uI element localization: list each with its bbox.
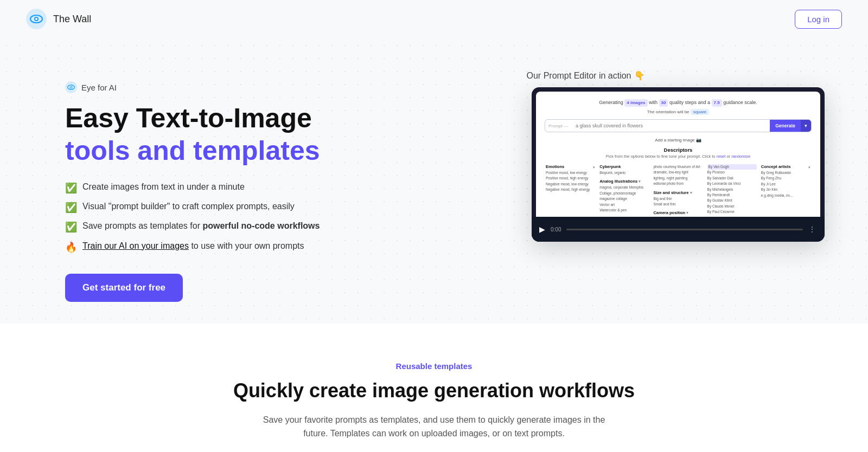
feature-item-4: 🔥 Train our AI on your images to use wit… — [65, 240, 336, 254]
hero-section: Eye for AI Easy Text-to-Image tools and … — [0, 38, 868, 324]
feature-text-1: Create images from text in under a minut… — [82, 181, 245, 193]
vi-reset-link[interactable]: reset — [717, 154, 726, 159]
vi-descriptors-sub: Pick from the options below to fine tune… — [545, 154, 812, 159]
vi-orientation: The orientation will be square — [545, 109, 812, 115]
video-inner: Generating 4 images with 30 quality step… — [536, 92, 820, 217]
vi-col-concept: Concept artists▾ By Greg Rutkowski By Fe… — [760, 164, 812, 217]
hero-headline-purple: tools and templates — [65, 135, 336, 166]
cta-button[interactable]: Get started for free — [65, 274, 183, 302]
play-button[interactable]: ▶ — [539, 225, 545, 234]
prompt-editor-label: Our Prompt Editor in action 👇 — [527, 70, 646, 81]
fire-emoji: 🔥 — [65, 241, 77, 254]
section2-eyebrow: Reusable templates — [22, 361, 846, 371]
hero-right: Our Prompt Editor in action 👇 Generating… — [358, 70, 825, 242]
check-emoji-2: ✅ — [65, 201, 77, 215]
vi-generate-button[interactable]: Generate — [770, 120, 801, 132]
vi-prompt-bar: Prompt — Generate ▾ — [545, 119, 812, 132]
video-bar: ▶ 0:00 ⋮ — [532, 217, 825, 242]
eye-label-text: Eye for AI — [81, 83, 117, 92]
prompt-label-tag: Prompt — — [545, 124, 571, 128]
vi-descriptors-grid: Emotions▾ Positive mood, low energy Posi… — [545, 164, 812, 217]
video-container: Generating 4 images with 30 quality step… — [532, 87, 825, 242]
nav-title: The Wall — [53, 14, 91, 25]
video-more-button[interactable]: ⋮ — [808, 225, 817, 234]
hero-headline-black: Easy Text-to-Image — [65, 103, 336, 133]
feature-text-2: Visual "prompt builder" to craft complex… — [82, 201, 295, 212]
vi-col-emotions: Emotions▾ Positive mood, low energy Posi… — [545, 164, 596, 217]
section2-description: Save your favorite prompts as templates,… — [250, 413, 618, 441]
feature-item-2: ✅ Visual "prompt builder" to craft compl… — [65, 201, 336, 215]
video-time: 0:00 — [551, 227, 561, 233]
section2-headline: Quickly create image generation workflow… — [22, 379, 846, 402]
logo-icon — [26, 9, 47, 29]
train-link[interactable]: Train our AI on your images — [82, 241, 189, 250]
vi-col-styles: Cyberpunk Biopunk, organic Analog illust… — [598, 164, 650, 217]
hero-left: Eye for AI Easy Text-to-Image tools and … — [65, 70, 336, 302]
vi-col-lighting: photo courtesy Museum of Art dramatic, l… — [652, 164, 704, 217]
vi-prompt-input[interactable] — [571, 120, 770, 132]
login-button[interactable]: Log in — [795, 10, 842, 29]
eye-label: Eye for AI — [65, 81, 336, 93]
feature-list: ✅ Create images from text in under a min… — [65, 181, 336, 254]
feature-item-3: ✅ Save prompts as templates for powerful… — [65, 220, 336, 234]
svg-point-7 — [71, 87, 72, 88]
navbar: The Wall Log in — [0, 0, 868, 38]
feature-text-4: Train our AI on your images to use with … — [82, 240, 304, 252]
vi-descriptors-title: Descriptors — [545, 147, 812, 153]
eye-label-icon — [65, 81, 77, 93]
video-progress — [566, 229, 803, 230]
svg-point-3 — [35, 18, 37, 20]
vi-add-image: Add a starting image 📷 — [545, 138, 812, 143]
nav-left: The Wall — [26, 9, 91, 29]
vi-col-artists: By Van Gogh By Picasso By Salvador Dali … — [706, 164, 758, 217]
vi-randomize-link[interactable]: randomize — [731, 154, 750, 159]
feature-text-3: Save prompts as templates for powerful n… — [82, 220, 320, 232]
vi-generate-arrow[interactable]: ▾ — [801, 120, 811, 132]
section2: Reusable templates Quickly create image … — [0, 324, 868, 452]
check-emoji-1: ✅ — [65, 182, 77, 195]
feature-item-1: ✅ Create images from text in under a min… — [65, 181, 336, 195]
check-emoji-3: ✅ — [65, 221, 77, 234]
vi-top-text: Generating 4 images with 30 quality step… — [545, 99, 812, 107]
